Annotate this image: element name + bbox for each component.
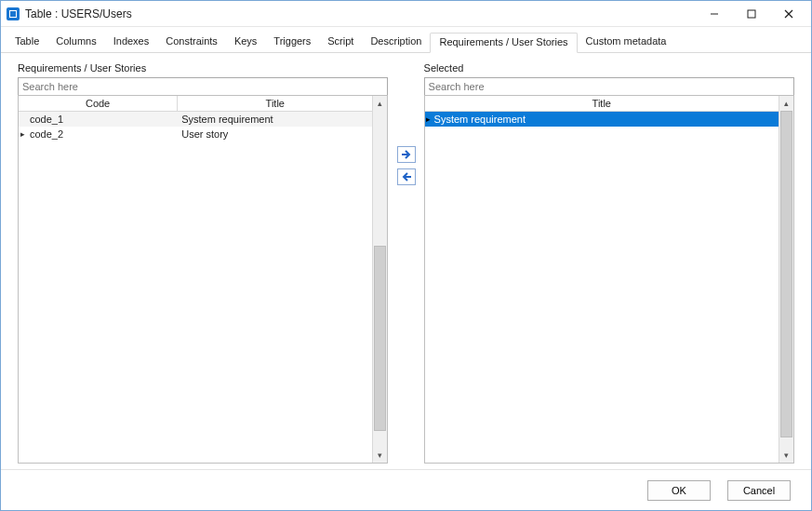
scroll-down-icon[interactable]: ▾ xyxy=(779,448,793,463)
row-marker-icon: ▸ xyxy=(425,114,433,124)
scroll-up-icon[interactable]: ▴ xyxy=(779,96,793,111)
window-title: Table : USERS/Users xyxy=(25,7,132,20)
tab-req[interactable]: Requirements / User Stories xyxy=(430,33,577,53)
available-pane: Requirements / User Stories Code Title c… xyxy=(18,62,388,464)
remove-button[interactable] xyxy=(397,168,416,185)
available-column-code[interactable]: Code xyxy=(19,96,178,112)
tab-table[interactable]: Table xyxy=(7,33,47,52)
table-row[interactable]: ▸System requirement xyxy=(425,112,779,127)
transfer-buttons xyxy=(388,62,423,464)
selected-search-input[interactable] xyxy=(424,77,794,96)
available-heading: Requirements / User Stories xyxy=(18,62,388,74)
available-grid: Code Title code_1System requirement▸code… xyxy=(18,95,388,464)
ok-button[interactable]: OK xyxy=(647,480,711,501)
tab-indexes[interactable]: Indexes xyxy=(105,33,158,52)
cell-code: code_2 xyxy=(26,128,178,140)
tab-script[interactable]: Script xyxy=(319,33,362,52)
svg-rect-1 xyxy=(748,10,755,18)
table-row[interactable]: code_1System requirement xyxy=(19,112,372,127)
available-column-title[interactable]: Title xyxy=(178,96,372,112)
app-icon xyxy=(7,7,20,20)
dialog-footer: OK Cancel xyxy=(1,469,811,510)
cell-title: System requirement xyxy=(178,114,372,125)
tab-description[interactable]: Description xyxy=(362,33,430,52)
tab-meta[interactable]: Custom metadata xyxy=(578,33,675,52)
cell-code: code_1 xyxy=(26,114,178,125)
minimize-button[interactable] xyxy=(696,2,733,26)
available-scrollbar[interactable]: ▴ ▾ xyxy=(372,96,387,463)
scroll-up-icon[interactable]: ▴ xyxy=(373,96,387,111)
maximize-button[interactable] xyxy=(733,2,770,26)
dialog-body: Requirements / User Stories Code Title c… xyxy=(1,53,811,469)
tab-triggers[interactable]: Triggers xyxy=(265,33,319,52)
selected-heading: Selected xyxy=(424,62,794,74)
cell-title: User story xyxy=(178,128,372,140)
tab-constraints[interactable]: Constraints xyxy=(157,33,226,52)
selected-column-title[interactable]: Title xyxy=(425,96,779,112)
selected-pane: Selected Title ▸System requirement ▴ ▾ xyxy=(424,62,794,464)
available-search-input[interactable] xyxy=(18,77,388,96)
table-row[interactable]: ▸code_2User story xyxy=(19,127,372,141)
add-button[interactable] xyxy=(397,146,416,163)
cell-title: System requirement xyxy=(433,114,779,125)
dialog-window: Table : USERS/Users TableColumnsIndexesC… xyxy=(0,0,812,511)
scroll-down-icon[interactable]: ▾ xyxy=(373,448,387,463)
selected-grid: Title ▸System requirement ▴ ▾ xyxy=(424,95,794,464)
tab-columns[interactable]: Columns xyxy=(47,33,104,52)
cancel-button[interactable]: Cancel xyxy=(727,480,791,501)
selected-scrollbar[interactable]: ▴ ▾ xyxy=(779,96,793,463)
titlebar: Table : USERS/Users xyxy=(1,1,811,27)
tabbar: TableColumnsIndexesConstraintsKeysTrigge… xyxy=(1,27,811,53)
tab-keys[interactable]: Keys xyxy=(226,33,265,52)
row-marker-icon: ▸ xyxy=(19,129,26,139)
close-button[interactable] xyxy=(770,2,807,26)
